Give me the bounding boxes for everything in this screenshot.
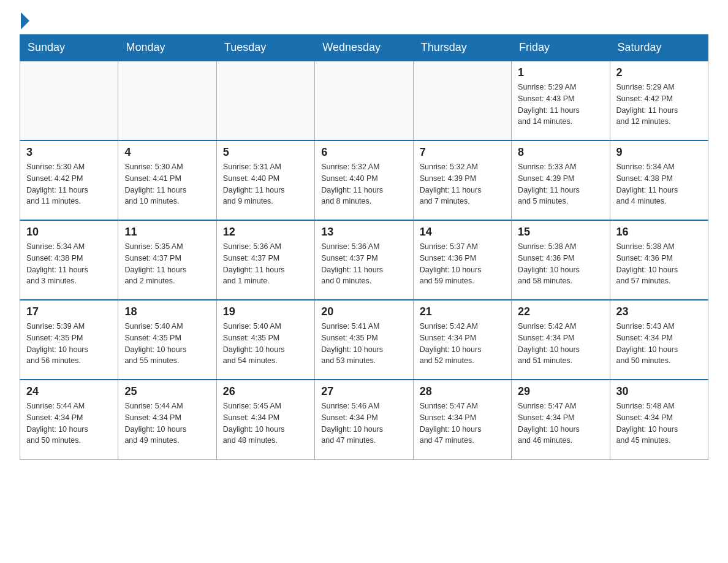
day-number: 12 <box>223 226 308 239</box>
day-info: Sunrise: 5:29 AM Sunset: 4:42 PM Dayligh… <box>616 82 702 128</box>
calendar-cell: 13Sunrise: 5:36 AM Sunset: 4:37 PM Dayli… <box>315 220 413 300</box>
calendar-cell: 22Sunrise: 5:42 AM Sunset: 4:34 PM Dayli… <box>512 300 610 380</box>
day-number: 14 <box>420 226 505 239</box>
calendar-cell: 20Sunrise: 5:41 AM Sunset: 4:35 PM Dayli… <box>315 300 413 380</box>
day-info: Sunrise: 5:30 AM Sunset: 4:41 PM Dayligh… <box>124 161 210 207</box>
weekday-header-wednesday: Wednesday <box>315 35 413 61</box>
calendar-week-5: 24Sunrise: 5:44 AM Sunset: 4:34 PM Dayli… <box>20 380 708 459</box>
day-number: 27 <box>321 385 406 398</box>
calendar-cell: 11Sunrise: 5:35 AM Sunset: 4:37 PM Dayli… <box>118 220 216 300</box>
calendar-cell: 29Sunrise: 5:47 AM Sunset: 4:34 PM Dayli… <box>512 380 610 459</box>
day-info: Sunrise: 5:46 AM Sunset: 4:34 PM Dayligh… <box>321 400 406 446</box>
day-info: Sunrise: 5:47 AM Sunset: 4:34 PM Dayligh… <box>420 400 505 446</box>
day-number: 2 <box>616 66 702 79</box>
calendar-cell: 9Sunrise: 5:34 AM Sunset: 4:38 PM Daylig… <box>610 140 708 220</box>
day-info: Sunrise: 5:39 AM Sunset: 4:35 PM Dayligh… <box>26 321 112 367</box>
day-info: Sunrise: 5:32 AM Sunset: 4:40 PM Dayligh… <box>321 161 406 207</box>
day-number: 3 <box>26 146 112 159</box>
calendar-header: SundayMondayTuesdayWednesdayThursdayFrid… <box>20 35 708 61</box>
weekday-header-tuesday: Tuesday <box>216 35 314 61</box>
day-number: 16 <box>616 226 702 239</box>
day-number: 17 <box>26 305 112 318</box>
day-info: Sunrise: 5:31 AM Sunset: 4:40 PM Dayligh… <box>223 161 308 207</box>
calendar-week-2: 3Sunrise: 5:30 AM Sunset: 4:42 PM Daylig… <box>20 140 708 220</box>
calendar-cell: 25Sunrise: 5:44 AM Sunset: 4:34 PM Dayli… <box>118 380 216 459</box>
logo <box>20 15 32 25</box>
day-info: Sunrise: 5:35 AM Sunset: 4:37 PM Dayligh… <box>124 241 210 287</box>
day-number: 22 <box>518 305 603 318</box>
day-number: 8 <box>518 146 603 159</box>
day-info: Sunrise: 5:42 AM Sunset: 4:34 PM Dayligh… <box>420 321 505 367</box>
page-header <box>20 15 708 25</box>
day-number: 29 <box>518 385 603 398</box>
day-number: 7 <box>420 146 505 159</box>
calendar-cell: 19Sunrise: 5:40 AM Sunset: 4:35 PM Dayli… <box>216 300 314 380</box>
day-info: Sunrise: 5:40 AM Sunset: 4:35 PM Dayligh… <box>223 321 308 367</box>
logo-triangle-icon <box>21 12 29 29</box>
day-info: Sunrise: 5:37 AM Sunset: 4:36 PM Dayligh… <box>420 241 505 287</box>
calendar-week-4: 17Sunrise: 5:39 AM Sunset: 4:35 PM Dayli… <box>20 300 708 380</box>
day-number: 4 <box>124 146 210 159</box>
weekday-header-friday: Friday <box>512 35 610 61</box>
day-info: Sunrise: 5:32 AM Sunset: 4:39 PM Dayligh… <box>420 161 505 207</box>
day-number: 5 <box>223 146 308 159</box>
calendar-cell: 14Sunrise: 5:37 AM Sunset: 4:36 PM Dayli… <box>413 220 511 300</box>
day-info: Sunrise: 5:36 AM Sunset: 4:37 PM Dayligh… <box>223 241 308 287</box>
day-info: Sunrise: 5:38 AM Sunset: 4:36 PM Dayligh… <box>616 241 702 287</box>
calendar-cell <box>118 61 216 140</box>
weekday-header-saturday: Saturday <box>610 35 708 61</box>
calendar-cell: 18Sunrise: 5:40 AM Sunset: 4:35 PM Dayli… <box>118 300 216 380</box>
day-number: 10 <box>26 226 112 239</box>
calendar-cell: 23Sunrise: 5:43 AM Sunset: 4:34 PM Dayli… <box>610 300 708 380</box>
calendar-cell: 10Sunrise: 5:34 AM Sunset: 4:38 PM Dayli… <box>20 220 118 300</box>
calendar-cell: 2Sunrise: 5:29 AM Sunset: 4:42 PM Daylig… <box>610 61 708 140</box>
weekday-header-monday: Monday <box>118 35 216 61</box>
calendar-cell: 5Sunrise: 5:31 AM Sunset: 4:40 PM Daylig… <box>216 140 314 220</box>
day-info: Sunrise: 5:43 AM Sunset: 4:34 PM Dayligh… <box>616 321 702 367</box>
calendar-cell: 1Sunrise: 5:29 AM Sunset: 4:43 PM Daylig… <box>512 61 610 140</box>
day-number: 15 <box>518 226 603 239</box>
calendar-cell <box>216 61 314 140</box>
calendar-cell <box>315 61 413 140</box>
day-number: 1 <box>518 66 603 79</box>
day-info: Sunrise: 5:40 AM Sunset: 4:35 PM Dayligh… <box>124 321 210 367</box>
day-info: Sunrise: 5:47 AM Sunset: 4:34 PM Dayligh… <box>518 400 603 446</box>
weekday-header-thursday: Thursday <box>413 35 511 61</box>
calendar-cell: 28Sunrise: 5:47 AM Sunset: 4:34 PM Dayli… <box>413 380 511 459</box>
calendar-cell: 3Sunrise: 5:30 AM Sunset: 4:42 PM Daylig… <box>20 140 118 220</box>
day-number: 19 <box>223 305 308 318</box>
calendar-cell: 26Sunrise: 5:45 AM Sunset: 4:34 PM Dayli… <box>216 380 314 459</box>
calendar-cell: 17Sunrise: 5:39 AM Sunset: 4:35 PM Dayli… <box>20 300 118 380</box>
day-number: 21 <box>420 305 505 318</box>
day-info: Sunrise: 5:33 AM Sunset: 4:39 PM Dayligh… <box>518 161 603 207</box>
day-number: 18 <box>124 305 210 318</box>
calendar-cell: 4Sunrise: 5:30 AM Sunset: 4:41 PM Daylig… <box>118 140 216 220</box>
weekday-header-sunday: Sunday <box>20 35 118 61</box>
calendar-cell: 24Sunrise: 5:44 AM Sunset: 4:34 PM Dayli… <box>20 380 118 459</box>
day-number: 24 <box>26 385 112 398</box>
day-info: Sunrise: 5:30 AM Sunset: 4:42 PM Dayligh… <box>26 161 112 207</box>
calendar-cell: 27Sunrise: 5:46 AM Sunset: 4:34 PM Dayli… <box>315 380 413 459</box>
calendar-week-1: 1Sunrise: 5:29 AM Sunset: 4:43 PM Daylig… <box>20 61 708 140</box>
day-number: 26 <box>223 385 308 398</box>
calendar-cell: 6Sunrise: 5:32 AM Sunset: 4:40 PM Daylig… <box>315 140 413 220</box>
day-info: Sunrise: 5:36 AM Sunset: 4:37 PM Dayligh… <box>321 241 406 287</box>
day-info: Sunrise: 5:45 AM Sunset: 4:34 PM Dayligh… <box>223 400 308 446</box>
day-number: 30 <box>616 385 702 398</box>
day-number: 28 <box>420 385 505 398</box>
calendar-cell: 30Sunrise: 5:48 AM Sunset: 4:34 PM Dayli… <box>610 380 708 459</box>
calendar-week-3: 10Sunrise: 5:34 AM Sunset: 4:38 PM Dayli… <box>20 220 708 300</box>
day-info: Sunrise: 5:38 AM Sunset: 4:36 PM Dayligh… <box>518 241 603 287</box>
day-number: 9 <box>616 146 702 159</box>
day-number: 25 <box>124 385 210 398</box>
calendar-cell: 7Sunrise: 5:32 AM Sunset: 4:39 PM Daylig… <box>413 140 511 220</box>
calendar-cell <box>20 61 118 140</box>
day-number: 23 <box>616 305 702 318</box>
day-number: 6 <box>321 146 406 159</box>
day-info: Sunrise: 5:41 AM Sunset: 4:35 PM Dayligh… <box>321 321 406 367</box>
day-number: 20 <box>321 305 406 318</box>
calendar-cell: 21Sunrise: 5:42 AM Sunset: 4:34 PM Dayli… <box>413 300 511 380</box>
day-info: Sunrise: 5:48 AM Sunset: 4:34 PM Dayligh… <box>616 400 702 446</box>
calendar-cell <box>413 61 511 140</box>
day-info: Sunrise: 5:34 AM Sunset: 4:38 PM Dayligh… <box>26 241 112 287</box>
